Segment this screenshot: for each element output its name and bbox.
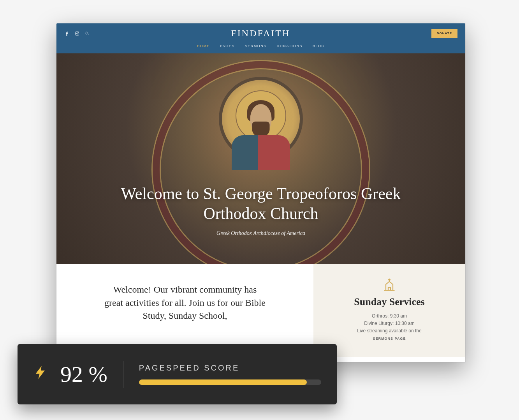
welcome-panel: Welcome! Our vibrant community has great…: [56, 264, 313, 357]
welcome-text: Welcome! Our vibrant community has great…: [103, 283, 267, 323]
services-link[interactable]: SERMONS PAGE: [325, 336, 454, 341]
nav-sermons[interactable]: SERMONS: [245, 44, 267, 48]
donate-button[interactable]: DONATE: [431, 29, 457, 38]
svg-point-2: [78, 32, 78, 32]
services-line-2: Divine Liturgy: 10:30 am: [325, 320, 454, 327]
pagespeed-badge: 92 % PAGESPEED SCORE: [18, 344, 337, 404]
facebook-icon[interactable]: [64, 31, 70, 36]
lightning-icon: [33, 363, 49, 386]
site-header: FINDFAITH DONATE HOME PAGES SERMONS DONA…: [56, 23, 465, 53]
hero-section: Welcome to St. George Tropeoforos Greek …: [56, 53, 465, 264]
main-nav: HOME PAGES SERMONS DONATIONS BLOG: [64, 42, 457, 53]
services-line-3: Live streaming available on the: [325, 327, 454, 335]
svg-point-1: [76, 33, 78, 34]
pagespeed-score-value: 92 %: [60, 361, 107, 387]
svg-point-3: [86, 32, 88, 34]
services-line-1: Orthros: 9:30 am: [325, 312, 454, 320]
services-panel: Sunday Services Orthros: 9:30 am Divine …: [313, 264, 465, 357]
content-row: Welcome! Our vibrant community has great…: [56, 264, 465, 357]
services-title: Sunday Services: [325, 296, 454, 308]
search-icon[interactable]: [84, 31, 90, 36]
progress-track: [139, 379, 321, 385]
instagram-icon[interactable]: [74, 31, 80, 36]
progress-fill: [139, 379, 307, 385]
social-icon-row: [64, 31, 90, 36]
nav-pages[interactable]: PAGES: [220, 44, 235, 48]
pagespeed-label: PAGESPEED SCORE: [139, 364, 321, 372]
site-logo[interactable]: FINDFAITH: [231, 28, 290, 39]
nav-blog[interactable]: BLOG: [313, 44, 325, 48]
nav-donations[interactable]: DONATIONS: [277, 44, 303, 48]
divider: [123, 361, 123, 388]
hero-title: Welcome to St. George Tropeoforos Greek …: [113, 184, 409, 223]
nav-home[interactable]: HOME: [197, 44, 210, 48]
church-icon: [382, 277, 396, 291]
christ-pantocrator-icon: [234, 90, 288, 161]
website-preview-card: FINDFAITH DONATE HOME PAGES SERMONS DONA…: [56, 23, 465, 362]
hero-subtitle: Greek Orthodox Archdiocese of America: [216, 230, 305, 236]
svg-line-4: [88, 34, 89, 35]
